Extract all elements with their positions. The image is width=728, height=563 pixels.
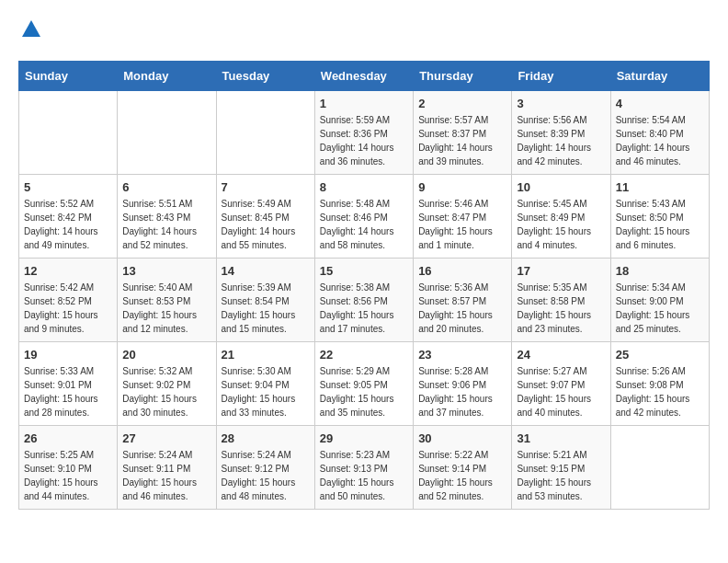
weekday-header-wednesday: Wednesday	[314, 62, 413, 91]
calendar-cell: 24Sunrise: 5:27 AMSunset: 9:07 PMDayligh…	[512, 342, 610, 426]
calendar-cell: 19Sunrise: 5:33 AMSunset: 9:01 PMDayligh…	[19, 342, 118, 426]
day-number: 28	[222, 431, 310, 445]
day-info: Sunrise: 5:40 AMSunset: 8:53 PMDaylight:…	[122, 281, 210, 336]
day-info: Sunrise: 5:22 AMSunset: 9:14 PMDaylight:…	[418, 448, 506, 503]
day-info: Sunrise: 5:21 AMSunset: 9:15 PMDaylight:…	[517, 448, 605, 503]
calendar-table: SundayMondayTuesdayWednesdayThursdayFrid…	[18, 61, 710, 510]
day-info: Sunrise: 5:56 AMSunset: 8:39 PMDaylight:…	[517, 113, 605, 168]
weekday-header-row: SundayMondayTuesdayWednesdayThursdayFrid…	[19, 62, 710, 91]
calendar-cell: 23Sunrise: 5:28 AMSunset: 9:06 PMDayligh…	[414, 342, 512, 426]
day-info: Sunrise: 5:46 AMSunset: 8:47 PMDaylight:…	[418, 197, 506, 252]
calendar-week-row: 1Sunrise: 5:59 AMSunset: 8:36 PMDaylight…	[19, 91, 710, 175]
day-number: 17	[517, 264, 605, 278]
page-header	[18, 18, 710, 46]
calendar-cell: 27Sunrise: 5:24 AMSunset: 9:11 PMDayligh…	[118, 426, 216, 510]
day-number: 9	[418, 180, 506, 194]
calendar-cell: 28Sunrise: 5:24 AMSunset: 9:12 PMDayligh…	[216, 426, 314, 510]
calendar-cell: 22Sunrise: 5:29 AMSunset: 9:05 PMDayligh…	[314, 342, 413, 426]
day-number: 7	[222, 180, 310, 194]
day-number: 27	[122, 431, 210, 445]
day-info: Sunrise: 5:28 AMSunset: 9:06 PMDaylight:…	[418, 364, 506, 419]
day-info: Sunrise: 5:34 AMSunset: 9:00 PMDaylight:…	[616, 281, 704, 336]
day-number: 13	[122, 264, 210, 278]
weekday-header-monday: Monday	[118, 62, 216, 91]
weekday-header-thursday: Thursday	[414, 62, 512, 91]
day-info: Sunrise: 5:49 AMSunset: 8:45 PMDaylight:…	[222, 197, 310, 252]
calendar-cell	[610, 426, 709, 510]
day-number: 4	[616, 97, 704, 110]
day-info: Sunrise: 5:24 AMSunset: 9:11 PMDaylight:…	[122, 448, 210, 503]
day-info: Sunrise: 5:52 AMSunset: 8:42 PMDaylight:…	[24, 197, 112, 252]
day-number: 1	[320, 97, 408, 110]
day-info: Sunrise: 5:51 AMSunset: 8:43 PMDaylight:…	[122, 197, 210, 252]
day-info: Sunrise: 5:26 AMSunset: 9:08 PMDaylight:…	[616, 364, 704, 419]
calendar-cell	[118, 91, 216, 175]
day-info: Sunrise: 5:43 AMSunset: 8:50 PMDaylight:…	[616, 197, 704, 252]
day-info: Sunrise: 5:35 AMSunset: 8:58 PMDaylight:…	[517, 281, 605, 336]
day-info: Sunrise: 5:42 AMSunset: 8:52 PMDaylight:…	[24, 281, 112, 336]
calendar-cell: 15Sunrise: 5:38 AMSunset: 8:56 PMDayligh…	[314, 259, 413, 342]
day-info: Sunrise: 5:33 AMSunset: 9:01 PMDaylight:…	[24, 364, 112, 419]
calendar-cell: 18Sunrise: 5:34 AMSunset: 9:00 PMDayligh…	[610, 259, 709, 342]
calendar-week-row: 19Sunrise: 5:33 AMSunset: 9:01 PMDayligh…	[19, 342, 710, 426]
day-number: 19	[24, 348, 112, 362]
calendar-cell: 26Sunrise: 5:25 AMSunset: 9:10 PMDayligh…	[19, 426, 118, 510]
day-number: 24	[517, 348, 605, 362]
day-number: 15	[320, 264, 408, 278]
day-number: 2	[418, 97, 506, 110]
day-info: Sunrise: 5:23 AMSunset: 9:13 PMDaylight:…	[320, 448, 408, 503]
day-info: Sunrise: 5:45 AMSunset: 8:49 PMDaylight:…	[517, 197, 605, 252]
calendar-cell: 20Sunrise: 5:32 AMSunset: 9:02 PMDayligh…	[118, 342, 216, 426]
day-number: 6	[122, 180, 210, 194]
day-info: Sunrise: 5:27 AMSunset: 9:07 PMDaylight:…	[517, 364, 605, 419]
day-number: 12	[24, 264, 112, 278]
calendar-week-row: 26Sunrise: 5:25 AMSunset: 9:10 PMDayligh…	[19, 426, 710, 510]
day-info: Sunrise: 5:36 AMSunset: 8:57 PMDaylight:…	[418, 281, 506, 336]
calendar-cell: 12Sunrise: 5:42 AMSunset: 8:52 PMDayligh…	[19, 259, 118, 342]
day-number: 21	[222, 348, 310, 362]
calendar-cell: 29Sunrise: 5:23 AMSunset: 9:13 PMDayligh…	[314, 426, 413, 510]
day-number: 18	[616, 264, 704, 278]
weekday-header-friday: Friday	[512, 62, 610, 91]
day-info: Sunrise: 5:29 AMSunset: 9:05 PMDaylight:…	[320, 364, 408, 419]
calendar-cell: 5Sunrise: 5:52 AMSunset: 8:42 PMDaylight…	[19, 175, 118, 259]
weekday-header-sunday: Sunday	[19, 62, 118, 91]
calendar-cell: 6Sunrise: 5:51 AMSunset: 8:43 PMDaylight…	[118, 175, 216, 259]
calendar-cell: 16Sunrise: 5:36 AMSunset: 8:57 PMDayligh…	[414, 259, 512, 342]
day-info: Sunrise: 5:48 AMSunset: 8:46 PMDaylight:…	[320, 197, 408, 252]
calendar-cell: 7Sunrise: 5:49 AMSunset: 8:45 PMDaylight…	[216, 175, 314, 259]
calendar-cell: 2Sunrise: 5:57 AMSunset: 8:37 PMDaylight…	[414, 91, 512, 175]
day-number: 10	[517, 180, 605, 194]
day-number: 14	[222, 264, 310, 278]
day-number: 11	[616, 180, 704, 194]
day-info: Sunrise: 5:32 AMSunset: 9:02 PMDaylight:…	[122, 364, 210, 419]
calendar-cell: 13Sunrise: 5:40 AMSunset: 8:53 PMDayligh…	[118, 259, 216, 342]
day-number: 22	[320, 348, 408, 362]
day-info: Sunrise: 5:30 AMSunset: 9:04 PMDaylight:…	[222, 364, 310, 419]
day-number: 8	[320, 180, 408, 194]
calendar-cell: 31Sunrise: 5:21 AMSunset: 9:15 PMDayligh…	[512, 426, 610, 510]
logo-icon	[20, 18, 42, 40]
calendar-cell: 21Sunrise: 5:30 AMSunset: 9:04 PMDayligh…	[216, 342, 314, 426]
day-number: 16	[418, 264, 506, 278]
svg-marker-0	[22, 20, 40, 37]
calendar-week-row: 12Sunrise: 5:42 AMSunset: 8:52 PMDayligh…	[19, 259, 710, 342]
calendar-cell: 9Sunrise: 5:46 AMSunset: 8:47 PMDaylight…	[414, 175, 512, 259]
day-info: Sunrise: 5:25 AMSunset: 9:10 PMDaylight:…	[24, 448, 112, 503]
day-number: 3	[517, 97, 605, 110]
day-info: Sunrise: 5:39 AMSunset: 8:54 PMDaylight:…	[222, 281, 310, 336]
calendar-cell	[216, 91, 314, 175]
calendar-week-row: 5Sunrise: 5:52 AMSunset: 8:42 PMDaylight…	[19, 175, 710, 259]
calendar-cell: 4Sunrise: 5:54 AMSunset: 8:40 PMDaylight…	[610, 91, 709, 175]
weekday-header-saturday: Saturday	[610, 62, 709, 91]
day-number: 20	[122, 348, 210, 362]
day-number: 29	[320, 431, 408, 445]
calendar-cell: 14Sunrise: 5:39 AMSunset: 8:54 PMDayligh…	[216, 259, 314, 342]
day-info: Sunrise: 5:54 AMSunset: 8:40 PMDaylight:…	[616, 113, 704, 168]
calendar-cell: 25Sunrise: 5:26 AMSunset: 9:08 PMDayligh…	[610, 342, 709, 426]
calendar-cell: 17Sunrise: 5:35 AMSunset: 8:58 PMDayligh…	[512, 259, 610, 342]
calendar-cell	[19, 91, 118, 175]
calendar-cell: 11Sunrise: 5:43 AMSunset: 8:50 PMDayligh…	[610, 175, 709, 259]
day-number: 5	[24, 180, 112, 194]
day-number: 30	[418, 431, 506, 445]
